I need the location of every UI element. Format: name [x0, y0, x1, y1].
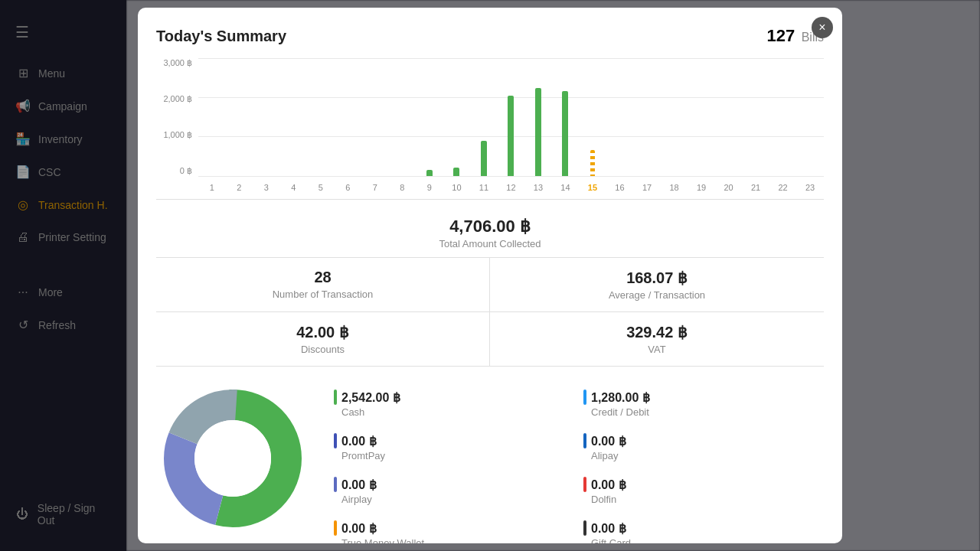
- bar-col-18: [661, 58, 688, 176]
- payment-amount-text-1: 1,280.00 ฿: [591, 390, 650, 405]
- payment-item-promtpay: 0.00 ฿PromtPay: [325, 425, 574, 469]
- bar-chart: 3,000 ฿ 2,000 ฿ 1,000 ฿ 0 ฿ 123456789101…: [156, 58, 824, 200]
- payment-item-credit-/-debit: 1,280.00 ฿Credit / Debit: [574, 382, 824, 425]
- payment-name-0: Cash: [334, 406, 565, 418]
- bar-col-7: [361, 58, 389, 176]
- stat-vat-label: VAT: [505, 344, 808, 355]
- y-label-0: 0 ฿: [180, 166, 192, 176]
- x-label-21: 21: [742, 183, 769, 192]
- payment-name-7: Gift Card: [583, 537, 815, 543]
- bar-col-10: [443, 58, 471, 176]
- chart-area: 1234567891011121314151617181920212223: [198, 58, 824, 199]
- modal-backdrop[interactable]: × Today's Summary 127 Bills 3,000 ฿ 2,00…: [0, 0, 980, 551]
- bar-col-11: [470, 58, 498, 176]
- payment-color-bar-1: [583, 390, 586, 405]
- donut-svg: [156, 382, 309, 535]
- bar-col-13: [524, 58, 552, 176]
- payment-amount-text-7: 0.00 ฿: [591, 521, 626, 536]
- x-label-5: 5: [307, 183, 335, 192]
- bar-col-3: [253, 58, 280, 176]
- bar-col-5: [307, 58, 335, 176]
- stat-discounts-label: Discounts: [172, 344, 474, 355]
- payment-amount-text-5: 0.00 ฿: [591, 478, 626, 492]
- stat-transactions: 28 Number of Transaction: [156, 258, 490, 311]
- payment-amount-1: 1,280.00 ฿: [583, 390, 815, 405]
- bar-9: [426, 170, 433, 176]
- donut-chart: [156, 382, 309, 535]
- payment-item-true-money-wallet: 0.00 ฿True Money Wallet: [325, 513, 574, 543]
- y-label-2000: 2,000 ฿: [163, 94, 192, 104]
- x-label-14: 14: [552, 183, 580, 192]
- x-label-7: 7: [361, 183, 389, 192]
- x-label-3: 3: [253, 183, 280, 192]
- x-label-12: 12: [498, 183, 525, 192]
- bar-14: [562, 91, 568, 176]
- x-label-18: 18: [661, 183, 688, 192]
- payment-item-gift-card: 0.00 ฿Gift Card: [574, 513, 824, 543]
- payment-amount-4: 0.00 ฿: [334, 477, 565, 492]
- payment-color-bar-0: [334, 390, 337, 405]
- x-label-4: 4: [280, 183, 308, 192]
- bar-col-9: [416, 58, 443, 176]
- stat-vat: 329.42 ฿ VAT: [490, 311, 824, 366]
- bar-12: [508, 96, 514, 176]
- x-label-16: 16: [606, 183, 634, 192]
- payment-amount-0: 2,542.00 ฿: [334, 390, 565, 405]
- modal-header: Today's Summary 127 Bills: [156, 26, 824, 46]
- payment-list: 2,542.00 ฿Cash1,280.00 ฿Credit / Debit0.…: [325, 382, 824, 543]
- payment-amount-text-4: 0.00 ฿: [341, 478, 377, 492]
- bar-col-16: [606, 58, 634, 176]
- bar-col-4: [280, 58, 308, 176]
- stat-average-label: Average / Transaction: [505, 289, 808, 301]
- payment-name-1: Credit / Debit: [583, 406, 815, 418]
- stat-average: 168.07 ฿ Average / Transaction: [490, 258, 824, 311]
- bar-13: [535, 88, 541, 177]
- stats-grid: 28 Number of Transaction 168.07 ฿ Averag…: [156, 258, 824, 367]
- x-label-20: 20: [715, 183, 743, 192]
- bar-col-1: [198, 58, 226, 176]
- modal-close-button[interactable]: ×: [812, 17, 833, 38]
- x-label-13: 13: [524, 183, 552, 192]
- payment-name-4: Airplay: [334, 494, 565, 505]
- stat-transactions-value: 28: [172, 269, 474, 286]
- payment-color-bar-7: [583, 520, 586, 536]
- modal-title: Today's Summary: [156, 28, 286, 45]
- payment-item-airplay: 0.00 ฿Airplay: [325, 469, 574, 513]
- bar-col-20: [715, 58, 743, 176]
- payment-amount-3: 0.00 ฿: [583, 433, 815, 448]
- payment-name-2: PromtPay: [334, 450, 565, 461]
- stat-discounts-value: 42.00 ฿: [172, 323, 474, 341]
- y-label-3000: 3,000 ฿: [163, 58, 192, 68]
- x-label-23: 23: [796, 183, 824, 192]
- stat-transactions-label: Number of Transaction: [172, 289, 474, 300]
- chart-y-labels: 3,000 ฿ 2,000 ฿ 1,000 ฿ 0 ฿: [156, 58, 198, 176]
- total-amount: 4,706.00 ฿: [156, 217, 824, 236]
- bar-col-6: [335, 58, 362, 176]
- payment-name-3: Alipay: [583, 450, 815, 461]
- payment-amount-text-6: 0.00 ฿: [341, 521, 377, 536]
- payment-amount-text-3: 0.00 ฿: [591, 434, 626, 448]
- payment-amount-7: 0.00 ฿: [583, 520, 815, 536]
- bar-15: [590, 150, 595, 176]
- y-label-1000: 1,000 ฿: [163, 130, 192, 140]
- bar-col-15: [579, 58, 606, 176]
- stat-discounts: 42.00 ฿ Discounts: [156, 311, 490, 366]
- payment-amount-5: 0.00 ฿: [583, 477, 815, 492]
- bar-col-21: [742, 58, 769, 176]
- x-label-19: 19: [688, 183, 715, 192]
- payment-color-bar-5: [583, 477, 586, 492]
- x-label-6: 6: [335, 183, 362, 192]
- x-label-8: 8: [389, 183, 416, 192]
- x-label-10: 10: [443, 183, 471, 192]
- close-icon: ×: [818, 21, 825, 34]
- x-label-1: 1: [198, 183, 226, 192]
- total-label: Total Amount Collected: [156, 238, 824, 249]
- payment-item-cash: 2,542.00 ฿Cash: [325, 382, 574, 425]
- payment-name-5: Dolfin: [583, 494, 815, 505]
- payment-amount-text-2: 0.00 ฿: [341, 434, 377, 448]
- payment-amount-2: 0.00 ฿: [334, 433, 565, 448]
- bar-col-12: [498, 58, 525, 176]
- bar-col-19: [688, 58, 715, 176]
- payment-color-bar-2: [334, 433, 337, 448]
- x-label-11: 11: [470, 183, 498, 192]
